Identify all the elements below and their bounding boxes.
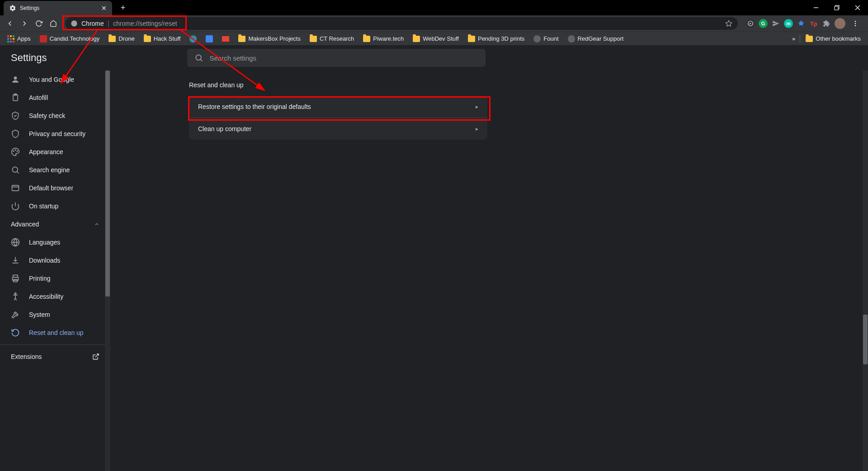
settings-page: Settings You and Google Autofill Safety … (0, 45, 868, 471)
security-icon (11, 129, 20, 138)
folder-icon (468, 36, 475, 42)
omnibox-url: chrome://settings/reset (113, 19, 177, 28)
nav-on-startup[interactable]: On startup (0, 197, 110, 215)
apps-shortcut[interactable]: Apps (4, 33, 34, 44)
nav-appearance[interactable]: Appearance (0, 143, 110, 161)
folder-icon (806, 36, 813, 42)
shield-check-icon (11, 111, 20, 120)
site-icon (206, 35, 213, 42)
sidebar-scrollbar[interactable] (105, 71, 110, 471)
bookmark-overflow[interactable]: » (789, 35, 798, 42)
nav-printing[interactable]: Printing (0, 269, 110, 287)
bookmark-item[interactable] (218, 34, 233, 43)
profile-avatar[interactable] (835, 18, 845, 29)
globe-icon (568, 35, 575, 42)
nav-privacy-security[interactable]: Privacy and security (0, 125, 110, 143)
svg-point-13 (14, 76, 17, 80)
close-window-button[interactable] (847, 0, 868, 15)
nav-reset-cleanup[interactable]: Reset and clean up (0, 324, 110, 342)
svg-line-30 (95, 354, 99, 357)
globe-icon (533, 35, 541, 42)
svg-point-8 (855, 21, 856, 22)
svg-point-29 (14, 293, 16, 294)
nav-languages[interactable]: Languages (0, 233, 110, 251)
bookmark-folder[interactable]: Piware.tech (359, 33, 407, 44)
reset-card: Restore settings to their original defau… (189, 96, 487, 140)
search-settings[interactable] (187, 49, 486, 67)
svg-point-17 (15, 150, 16, 151)
restore-icon (11, 328, 20, 337)
svg-rect-2 (835, 6, 838, 10)
nav-search-engine[interactable]: Search engine (0, 161, 110, 179)
bookmark-item[interactable] (202, 33, 217, 44)
new-tab-button[interactable]: + (117, 0, 129, 15)
bookmarks-bar: Apps Candid.Technology Drone Hack Stuff … (0, 32, 868, 45)
palette-icon (11, 147, 20, 156)
power-icon (11, 202, 20, 211)
nav-safety-check[interactable]: Safety check (0, 107, 110, 125)
menu-button[interactable] (849, 17, 862, 30)
printer-icon (11, 274, 20, 283)
chevron-up-icon (94, 221, 99, 227)
bookmark-item[interactable]: Fount (530, 33, 562, 44)
other-bookmarks[interactable]: Other bookmarks (802, 33, 864, 44)
tab-title: Settings (20, 5, 98, 11)
row-restore-defaults[interactable]: Restore settings to their original defau… (189, 96, 487, 118)
bookmark-item[interactable]: RedGear Support (564, 33, 627, 44)
browser-tab[interactable]: Settings ✕ (4, 1, 112, 15)
extension-icon-3[interactable] (771, 19, 780, 28)
search-input[interactable] (210, 54, 478, 62)
omnibox-divider: | (108, 19, 109, 28)
close-tab-icon[interactable]: ✕ (101, 5, 107, 12)
extension-icon-1[interactable] (746, 19, 755, 28)
forward-button[interactable] (18, 17, 31, 30)
nav-accessibility[interactable]: Accessibility (0, 287, 110, 306)
extension-icon-6[interactable]: Tρ (809, 19, 818, 28)
bookmark-folder[interactable]: WebDev Stuff (409, 33, 462, 44)
svg-point-11 (196, 55, 201, 60)
download-icon (11, 256, 20, 265)
nav-default-browser[interactable]: Default browser (0, 179, 110, 197)
clipboard-icon (11, 93, 20, 102)
nav-extensions[interactable]: Extensions (0, 348, 110, 366)
maximize-button[interactable] (826, 0, 847, 15)
extension-icon-2[interactable]: G (759, 19, 768, 28)
globe-icon (11, 238, 20, 247)
reload-button[interactable] (33, 17, 45, 30)
extension-icon-5[interactable] (797, 19, 806, 28)
bookmark-folder[interactable]: Drone (105, 33, 138, 44)
bookmark-folder[interactable]: Pending 3D prints (464, 33, 528, 44)
home-button[interactable] (47, 17, 60, 30)
site-icon (40, 35, 47, 42)
extension-icons: G m Tρ (743, 17, 864, 30)
row-clean-up-computer[interactable]: Clean up computer ▸ (189, 118, 487, 140)
address-bar[interactable]: Chrome | chrome://settings/reset (65, 17, 738, 30)
section-title: Reset and clean up (189, 81, 487, 96)
nav-downloads[interactable]: Downloads (0, 251, 110, 269)
bookmark-folder[interactable]: MakersBox Projects (235, 33, 304, 44)
back-button[interactable] (4, 17, 16, 30)
svg-point-19 (12, 167, 18, 172)
nav-advanced-toggle[interactable]: Advanced (0, 215, 110, 233)
toolbar: Chrome | chrome://settings/reset G m Tρ (0, 15, 868, 32)
svg-marker-6 (726, 20, 731, 26)
site-icon (189, 35, 197, 42)
minimize-button[interactable] (806, 0, 826, 15)
svg-point-9 (855, 23, 856, 24)
nav-system[interactable]: System (0, 306, 110, 324)
nav-you-and-google[interactable]: You and Google (0, 71, 110, 89)
extensions-puzzle-icon[interactable] (822, 19, 831, 28)
bookmark-item[interactable] (186, 33, 200, 44)
bookmark-item[interactable]: Candid.Technology (36, 33, 104, 44)
person-icon (11, 75, 20, 84)
search-icon (194, 53, 203, 62)
folder-icon (413, 36, 420, 42)
bookmark-folder[interactable]: CT Research (306, 33, 358, 44)
main-scrollbar[interactable] (863, 71, 868, 471)
bookmark-folder[interactable]: Hack Stuff (140, 33, 184, 44)
folder-icon (363, 36, 370, 42)
nav-autofill[interactable]: Autofill (0, 89, 110, 107)
extension-icon-4[interactable]: m (784, 19, 793, 28)
bookmark-star-icon[interactable] (725, 20, 732, 27)
settings-main: Reset and clean up Restore settings to t… (110, 71, 868, 471)
